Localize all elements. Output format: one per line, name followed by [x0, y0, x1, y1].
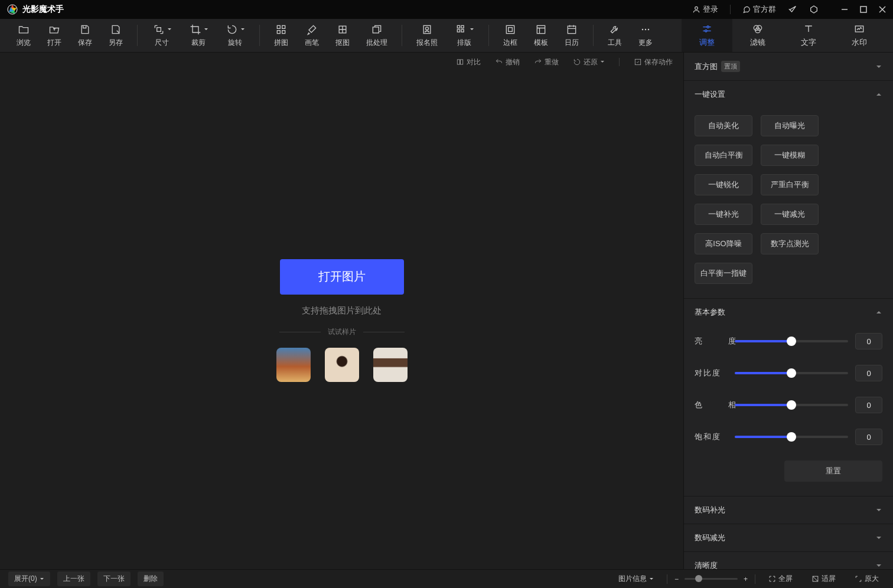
chevron-down-icon: [875, 507, 882, 514]
tab-watermark[interactable]: 水印: [834, 19, 885, 52]
aperture-icon: [7, 4, 18, 15]
brightness-slider[interactable]: [735, 340, 848, 342]
expand-button[interactable]: 展开(0): [8, 571, 50, 586]
preset-sharpen[interactable]: 一键锐化: [695, 174, 752, 195]
crop-button[interactable]: 裁剪: [180, 19, 217, 52]
preset-reduce-light[interactable]: 一键减光: [761, 204, 819, 225]
preset-spot-meter[interactable]: 数字点测光: [761, 233, 819, 254]
calendar-button[interactable]: 日历: [556, 19, 587, 52]
svg-rect-13: [373, 27, 379, 32]
sample-thumb-3[interactable]: [373, 348, 408, 382]
more-button[interactable]: 更多: [630, 19, 661, 52]
section-oneclick[interactable]: 一键设置: [684, 81, 893, 108]
svg-rect-23: [568, 26, 575, 33]
idphoto-icon: [421, 24, 433, 35]
size-button[interactable]: 尺寸: [144, 19, 180, 52]
open-image-button[interactable]: 打开图片: [280, 259, 404, 295]
batch-button[interactable]: 批处理: [358, 19, 396, 52]
section-basic[interactable]: 基本参数: [684, 299, 893, 326]
undo-button[interactable]: 撤销: [495, 57, 520, 67]
section-fill[interactable]: 数码补光: [684, 496, 893, 524]
svg-rect-4: [861, 6, 866, 12]
login-button[interactable]: 登录: [692, 4, 718, 15]
preset-wb-oneclick[interactable]: 白平衡一指键: [695, 263, 752, 284]
maximize-icon: [860, 6, 867, 13]
undo-icon: [495, 58, 503, 66]
share-icon: [788, 5, 797, 14]
border-button[interactable]: 边框: [495, 19, 526, 52]
contrast-label: 对比度: [695, 368, 728, 378]
settings-button[interactable]: [809, 5, 819, 14]
saturation-slider[interactable]: [735, 436, 848, 438]
svg-rect-11: [282, 30, 285, 33]
fullscreen-button[interactable]: 全屏: [762, 571, 799, 586]
save-action-button[interactable]: 保存动作: [634, 57, 673, 67]
template-button[interactable]: 模板: [526, 19, 556, 52]
saturation-value[interactable]: 0: [855, 429, 882, 445]
preset-auto-exposure[interactable]: 自动曝光: [761, 115, 819, 136]
cutout-button[interactable]: 抠图: [327, 19, 358, 52]
collage-button[interactable]: 拼图: [266, 19, 296, 52]
preset-blur[interactable]: 一键模糊: [761, 145, 819, 166]
reset-button[interactable]: 重置: [784, 460, 882, 482]
delete-button[interactable]: 删除: [138, 571, 164, 586]
zoom-slider[interactable]: [685, 578, 738, 580]
tools-button[interactable]: 工具: [599, 19, 630, 52]
contrast-value[interactable]: 0: [855, 365, 882, 381]
minimize-button[interactable]: [841, 6, 848, 13]
sample-thumb-2[interactable]: [325, 348, 359, 382]
actual-size-button[interactable]: 原大: [849, 571, 885, 586]
rotate-button[interactable]: 旋转: [217, 19, 253, 52]
official-group-button[interactable]: 官方群: [742, 4, 776, 15]
svg-rect-21: [509, 27, 513, 31]
save-button[interactable]: 保存: [70, 19, 100, 52]
preset-auto-wb[interactable]: 自动白平衡: [695, 145, 752, 166]
hue-slider[interactable]: [735, 404, 848, 406]
chevron-down-icon: [167, 27, 172, 32]
prev-button[interactable]: 上一张: [57, 571, 90, 586]
revert-icon: [573, 58, 581, 66]
open-button[interactable]: 打开: [39, 19, 70, 52]
svg-rect-22: [537, 25, 545, 33]
fullscreen-icon: [768, 575, 776, 583]
svg-rect-17: [461, 25, 464, 28]
svg-point-26: [648, 28, 650, 30]
save-as-button[interactable]: 另存: [100, 19, 131, 52]
share-button[interactable]: [788, 5, 797, 14]
tab-filter[interactable]: 滤镜: [732, 19, 783, 52]
preset-iso-denoise[interactable]: 高ISO降噪: [695, 233, 752, 254]
section-histogram[interactable]: 直方图 置顶: [684, 53, 893, 80]
zoom-in-button[interactable]: +: [744, 575, 748, 583]
redo-button[interactable]: 重做: [534, 57, 559, 67]
preset-fill-light[interactable]: 一键补光: [695, 204, 752, 225]
compare-button[interactable]: 对比: [456, 57, 481, 67]
maximize-button[interactable]: [860, 6, 867, 13]
preset-auto-beautify[interactable]: 自动美化: [695, 115, 752, 136]
tab-text[interactable]: 文字: [783, 19, 834, 52]
hue-value[interactable]: 0: [855, 397, 882, 413]
browse-button[interactable]: 浏览: [8, 19, 39, 52]
app-title: 光影魔术手: [22, 4, 64, 15]
next-button[interactable]: 下一张: [97, 571, 131, 586]
contrast-slider[interactable]: [735, 372, 848, 374]
section-sharp[interactable]: 清晰度: [684, 552, 893, 569]
close-button[interactable]: [879, 6, 886, 13]
zoom-out-button[interactable]: −: [674, 575, 679, 583]
close-icon: [879, 6, 886, 13]
sliders-icon: [701, 23, 713, 35]
revert-button[interactable]: 还原: [573, 57, 605, 67]
hue-label: 色 相: [695, 400, 728, 410]
fit-button[interactable]: 适屏: [806, 571, 842, 586]
idphoto-button[interactable]: 报名照: [408, 19, 446, 52]
sample-thumb-1[interactable]: [276, 348, 311, 382]
tab-adjust[interactable]: 调整: [682, 19, 732, 52]
preset-heavy-wb[interactable]: 严重白平衡: [761, 174, 819, 195]
brush-button[interactable]: 画笔: [296, 19, 327, 52]
canvas-body[interactable]: 打开图片 支持拖拽图片到此处 试试样片: [0, 71, 683, 569]
brightness-value[interactable]: 0: [855, 333, 882, 349]
image-info-button[interactable]: 图片信息: [612, 571, 660, 586]
crop-icon: [190, 24, 201, 35]
layout-button[interactable]: 排版: [446, 19, 483, 52]
section-reduce[interactable]: 数码减光: [684, 524, 893, 551]
title-bar: 光影魔术手 登录 官方群: [0, 0, 893, 19]
